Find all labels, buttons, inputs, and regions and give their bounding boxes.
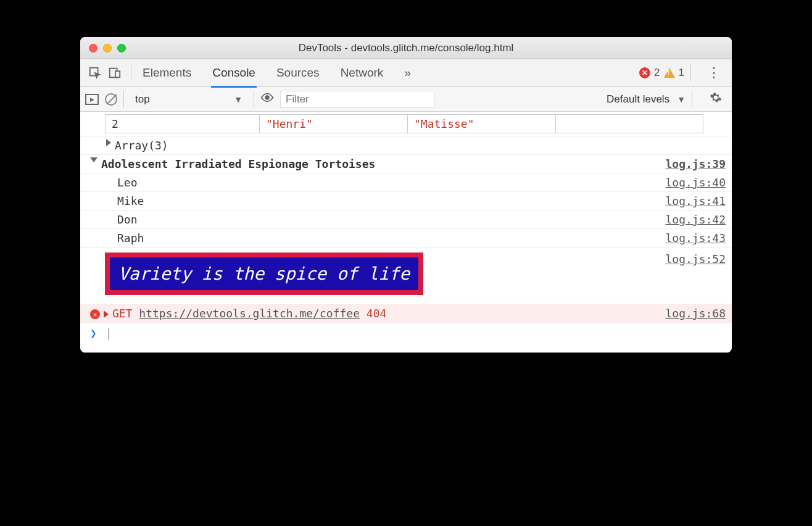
- error-url[interactable]: https://devtools.glitch.me/coffee: [139, 307, 360, 320]
- table-cell-index: 2: [106, 115, 260, 133]
- warning-badge-icon: [664, 68, 675, 78]
- source-link[interactable]: log.js:42: [655, 213, 726, 226]
- input-caret: [109, 328, 109, 340]
- table-cell-first: "Henri": [260, 115, 408, 133]
- table-cell-empty: [556, 115, 703, 133]
- console-log-row: Don log.js:42: [80, 211, 732, 229]
- panel-tabs: Elements Console Sources Network »: [141, 60, 639, 86]
- console-error-row[interactable]: ✕ GET https://devtools.glitch.me/coffee …: [80, 304, 732, 323]
- tab-sources[interactable]: Sources: [275, 60, 321, 86]
- live-expression-icon[interactable]: [260, 91, 274, 107]
- tab-elements[interactable]: Elements: [141, 60, 193, 86]
- console-prompt[interactable]: ❯: [80, 323, 732, 353]
- divider: [692, 91, 692, 108]
- prompt-chevron-icon: ❯: [90, 327, 97, 340]
- expand-icon: [106, 139, 111, 146]
- styled-log-text: Variety is the spice of life: [105, 253, 423, 295]
- console-output: 2 "Henri" "Matisse" Array(3) Adolescent …: [80, 112, 732, 353]
- divider: [690, 64, 691, 81]
- levels-label: Default levels: [607, 93, 669, 106]
- window-title: DevTools - devtools.glitch.me/console/lo…: [80, 42, 732, 54]
- tab-console[interactable]: Console: [211, 60, 257, 88]
- log-text: Raph: [117, 232, 144, 244]
- chevron-down-icon: ▼: [234, 94, 242, 104]
- console-log-row: Leo log.js:40: [80, 173, 732, 192]
- expand-icon: [104, 311, 109, 318]
- warning-count: 1: [679, 67, 684, 79]
- filter-input[interactable]: [280, 91, 434, 108]
- array-label: Array(3): [115, 139, 168, 152]
- divider: [123, 91, 124, 108]
- log-text: Don: [117, 213, 138, 226]
- maximize-window-button[interactable]: [117, 44, 126, 52]
- console-filterbar: top ▼ Default levels ▼: [80, 87, 732, 112]
- chevron-down-icon: ▼: [677, 94, 686, 104]
- svg-rect-2: [115, 71, 120, 77]
- inspect-element-icon[interactable]: [85, 66, 105, 80]
- source-link[interactable]: log.js:39: [655, 157, 726, 170]
- source-link[interactable]: log.js:43: [655, 232, 726, 244]
- divider: [254, 91, 254, 108]
- devtools-window: DevTools - devtools.glitch.me/console/lo…: [80, 37, 732, 353]
- console-array-row[interactable]: Array(3): [80, 136, 732, 155]
- group-title: Adolescent Irradiated Espionage Tortoise…: [101, 157, 375, 170]
- collapse-icon: [90, 157, 97, 162]
- console-group-header[interactable]: Adolescent Irradiated Espionage Tortoise…: [80, 155, 732, 173]
- traffic-lights: [80, 44, 126, 52]
- console-table: 2 "Henri" "Matisse": [105, 114, 703, 133]
- error-method: GET: [112, 307, 133, 320]
- log-text: Leo: [117, 176, 138, 189]
- divider: [131, 64, 131, 81]
- console-log-row: Mike log.js:41: [80, 192, 732, 211]
- execution-context-select[interactable]: top ▼: [130, 93, 247, 106]
- titlebar: DevTools - devtools.glitch.me/console/lo…: [80, 37, 732, 59]
- tab-network[interactable]: Network: [339, 60, 385, 86]
- more-options-icon[interactable]: ⋮: [707, 65, 721, 81]
- log-text: Mike: [117, 194, 144, 207]
- clear-console-icon[interactable]: [105, 93, 117, 106]
- context-label: top: [135, 93, 150, 106]
- source-link[interactable]: log.js:41: [655, 194, 726, 207]
- source-link[interactable]: log.js:68: [655, 307, 726, 320]
- log-levels-select[interactable]: Default levels ▼: [607, 93, 686, 106]
- svg-point-3: [265, 96, 269, 99]
- close-window-button[interactable]: [89, 44, 97, 52]
- console-styled-row: Variety is the spice of life log.js:52: [80, 248, 732, 304]
- error-badge-icon: ✕: [639, 67, 650, 78]
- error-status: 404: [367, 307, 387, 320]
- error-count: 2: [654, 67, 660, 79]
- console-log-row: Raph log.js:43: [80, 229, 732, 248]
- tab-overflow[interactable]: »: [403, 60, 412, 86]
- devtools-tabbar: Elements Console Sources Network » ✕ 2 1…: [80, 59, 732, 87]
- source-link[interactable]: log.js:40: [655, 176, 726, 189]
- source-link[interactable]: log.js:52: [655, 253, 726, 265]
- error-icon: ✕: [90, 309, 100, 319]
- console-table-row: 2 "Henri" "Matisse": [80, 112, 732, 136]
- device-toolbar-icon[interactable]: [105, 66, 125, 80]
- minimize-window-button[interactable]: [103, 44, 112, 52]
- console-settings-icon[interactable]: [710, 91, 722, 107]
- issue-counts[interactable]: ✕ 2 1: [639, 67, 684, 79]
- table-cell-last: "Matisse": [408, 115, 556, 133]
- console-sidebar-toggle-icon[interactable]: [85, 94, 99, 105]
